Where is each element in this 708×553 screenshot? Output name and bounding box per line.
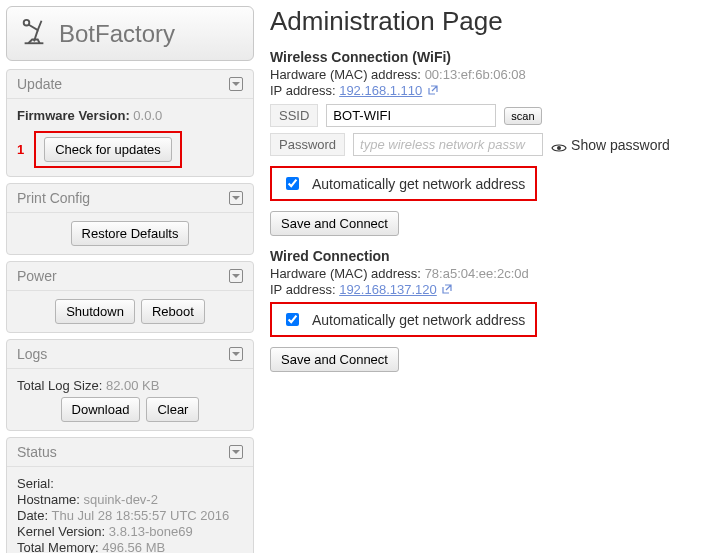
logs-panel: Logs Total Log Size: 82.00 KB Download C…: [6, 339, 254, 431]
eye-icon: [551, 140, 567, 150]
panel-title: Print Config: [17, 190, 90, 206]
brand-box: BotFactory: [6, 6, 254, 61]
log-size-value: 82.00 KB: [106, 378, 160, 393]
firmware-version-label: Firmware Version:: [17, 108, 130, 123]
wifi-ip-label: IP address:: [270, 83, 336, 98]
wifi-mac-label: Hardware (MAC) address:: [270, 67, 421, 82]
wired-auto-label: Automatically get network address: [312, 312, 525, 328]
serial-label: Serial:: [17, 476, 54, 491]
brand-title: BotFactory: [59, 20, 175, 48]
wifi-auto-checkbox[interactable]: [286, 177, 299, 190]
print-config-panel: Print Config Restore Defaults: [6, 183, 254, 255]
password-label: Password: [270, 133, 345, 156]
date-value: Thu Jul 28 18:55:57 UTC 2016: [51, 508, 229, 523]
restore-defaults-button[interactable]: Restore Defaults: [71, 221, 190, 246]
page-title: Administration Page: [270, 6, 698, 37]
sidebar: BotFactory Update Firmware Version: 0.0.…: [0, 0, 260, 553]
ssid-label: SSID: [270, 104, 318, 127]
hostname-label: Hostname:: [17, 492, 80, 507]
external-link-icon: [442, 282, 452, 292]
wifi-section: Wireless Connection (WiFi) Hardware (MAC…: [270, 49, 698, 236]
check-updates-button[interactable]: Check for updates: [44, 137, 172, 162]
download-logs-button[interactable]: Download: [61, 397, 141, 422]
status-panel-header[interactable]: Status: [7, 438, 253, 467]
totalmem-value: 496.56 MB: [102, 540, 165, 553]
update-panel-header[interactable]: Update: [7, 70, 253, 99]
power-panel-header[interactable]: Power: [7, 262, 253, 291]
collapse-icon[interactable]: [229, 77, 243, 91]
password-input[interactable]: [353, 133, 543, 156]
callout-highlight-wired-auto: Automatically get network address: [270, 302, 537, 337]
wired-section: Wired Connection Hardware (MAC) address:…: [270, 248, 698, 372]
wifi-mac-value: 00:13:ef:6b:06:08: [425, 67, 526, 82]
wifi-save-button[interactable]: Save and Connect: [270, 211, 399, 236]
wifi-heading: Wireless Connection (WiFi): [270, 49, 698, 65]
wired-ip-link[interactable]: 192.168.137.120: [339, 282, 437, 297]
update-panel: Update Firmware Version: 0.0.0 1 Check f…: [6, 69, 254, 177]
wifi-auto-label: Automatically get network address: [312, 176, 525, 192]
wired-ip-label: IP address:: [270, 282, 336, 297]
collapse-icon[interactable]: [229, 269, 243, 283]
reboot-button[interactable]: Reboot: [141, 299, 205, 324]
logs-panel-header[interactable]: Logs: [7, 340, 253, 369]
show-password-label: Show password: [571, 137, 670, 153]
print-config-panel-header[interactable]: Print Config: [7, 184, 253, 213]
wired-mac-value: 78:a5:04:ee:2c:0d: [425, 266, 529, 281]
callout-highlight-wifi-auto: Automatically get network address: [270, 166, 537, 201]
external-link-icon: [428, 83, 438, 93]
svg-point-1: [557, 146, 561, 150]
panel-title: Power: [17, 268, 57, 284]
wifi-ip-link[interactable]: 192.168.1.110: [339, 83, 422, 98]
callout-number-1: 1: [17, 142, 24, 157]
firmware-version-value: 0.0.0: [133, 108, 162, 123]
kernel-value: 3.8.13-bone69: [109, 524, 193, 539]
power-panel: Power Shutdown Reboot: [6, 261, 254, 333]
main-content: Administration Page Wireless Connection …: [260, 0, 708, 553]
ssid-input[interactable]: [326, 104, 496, 127]
clear-logs-button[interactable]: Clear: [146, 397, 199, 422]
hostname-value: squink-dev-2: [84, 492, 158, 507]
scan-button[interactable]: scan: [504, 107, 541, 125]
collapse-icon[interactable]: [229, 445, 243, 459]
panel-title: Update: [17, 76, 62, 92]
kernel-label: Kernel Version:: [17, 524, 105, 539]
collapse-icon[interactable]: [229, 347, 243, 361]
collapse-icon[interactable]: [229, 191, 243, 205]
wired-heading: Wired Connection: [270, 248, 698, 264]
date-label: Date:: [17, 508, 48, 523]
wired-mac-label: Hardware (MAC) address:: [270, 266, 421, 281]
panel-title: Status: [17, 444, 57, 460]
panel-title: Logs: [17, 346, 47, 362]
status-panel: Status Serial: Hostname: squink-dev-2 Da…: [6, 437, 254, 553]
wired-auto-checkbox[interactable]: [286, 313, 299, 326]
wired-save-button[interactable]: Save and Connect: [270, 347, 399, 372]
totalmem-label: Total Memory:: [17, 540, 99, 553]
shutdown-button[interactable]: Shutdown: [55, 299, 135, 324]
show-password-toggle[interactable]: Show password: [551, 137, 670, 153]
callout-highlight-1: Check for updates: [34, 131, 182, 168]
robot-arm-icon: [19, 17, 49, 50]
log-size-label: Total Log Size:: [17, 378, 102, 393]
